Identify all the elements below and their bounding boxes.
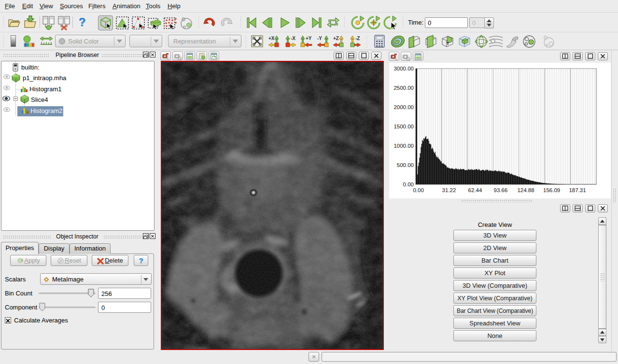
svg-text:+Y: +Y	[306, 36, 312, 41]
svg-text:-X: -X	[291, 36, 295, 41]
svg-text:-Y: -Y	[317, 36, 322, 41]
svg-text:+Z: +Z	[333, 36, 339, 41]
svg-text:156.09: 156.09	[543, 187, 560, 193]
svg-text:93.66: 93.66	[494, 187, 508, 193]
svg-text:2000.00: 2000.00	[393, 104, 414, 110]
svg-text:1500.00: 1500.00	[393, 124, 414, 129]
svg-text:+X: +X	[268, 36, 275, 41]
svg-text:62.44: 62.44	[468, 187, 482, 193]
svg-text:0.00: 0.00	[413, 187, 423, 193]
svg-text:500.00: 500.00	[397, 162, 414, 168]
svg-text:1000.00: 1000.00	[393, 143, 414, 149]
svg-text:2500.00: 2500.00	[393, 85, 414, 91]
svg-text:-Z: -Z	[355, 36, 360, 41]
svg-text:187.31: 187.31	[569, 187, 586, 193]
svg-text:T: T	[447, 41, 449, 46]
svg-text:124.88: 124.88	[517, 187, 534, 193]
svg-text:0.00: 0.00	[403, 182, 414, 187]
svg-text:3000.00: 3000.00	[393, 66, 414, 71]
svg-text:31.22: 31.22	[442, 187, 456, 193]
